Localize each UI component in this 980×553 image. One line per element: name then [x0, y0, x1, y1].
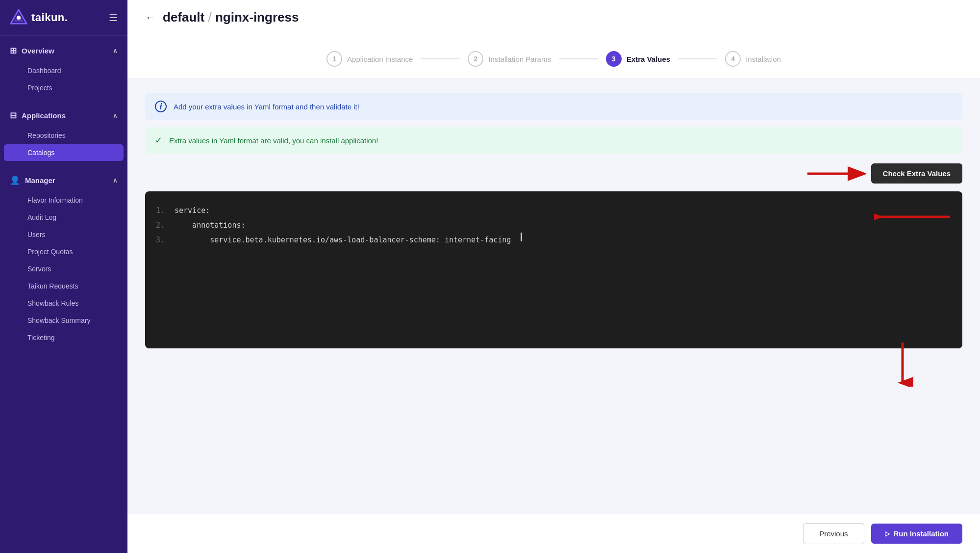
code-content-3: service.beta.kubernetes.io/aws-load-bala…	[175, 233, 511, 247]
success-banner: ✓ Extra values in Yaml format are valid,…	[145, 127, 962, 154]
run-installation-button[interactable]: ▷ Run Installation	[871, 524, 963, 544]
play-icon: ▷	[885, 530, 890, 537]
line-number-3: 3.	[155, 233, 165, 247]
step-3-circle: 3	[606, 51, 622, 67]
run-label: Run Installation	[894, 529, 949, 538]
chevron-down-icon-manager: ∧	[113, 177, 118, 184]
logo-text: taikun.	[31, 11, 68, 24]
main-content: ← default / nginx-ingress 1 Application …	[127, 0, 980, 553]
line-number-2: 2.	[155, 218, 165, 233]
code-editor[interactable]: 1. service: 2. annotations: 3. service.b…	[145, 191, 962, 348]
page-title: default / nginx-ingress	[163, 10, 299, 25]
info-icon: i	[155, 101, 167, 112]
code-content-1: service:	[175, 203, 210, 218]
sidebar-item-audit-log[interactable]: Audit Log	[4, 209, 124, 226]
taikun-logo-icon	[10, 9, 27, 26]
nav-group-overview[interactable]: ⊞ Overview ∧	[0, 40, 127, 62]
info-banner: i Add your extra values in Yaml format a…	[145, 93, 962, 120]
nav-group-overview-label: Overview	[22, 47, 54, 55]
code-line-2: 2. annotations:	[155, 218, 953, 233]
sidebar-item-servers[interactable]: Servers	[4, 261, 124, 277]
step-2-circle: 2	[468, 51, 483, 67]
sidebar-item-flavor-information[interactable]: Flavor Information	[4, 192, 124, 209]
sidebar-header: taikun. ☰	[0, 0, 127, 36]
success-banner-message: Extra values in Yaml format are valid, y…	[169, 136, 378, 145]
info-banner-message: Add your extra values in Yaml format and…	[174, 103, 359, 111]
step-connector-1-2	[421, 58, 460, 59]
sidebar-item-taikun-requests[interactable]: Taikun Requests	[4, 278, 124, 294]
code-editor-wrapper: 1. service: 2. annotations: 3. service.b…	[145, 191, 962, 348]
line-number-1: 1.	[155, 203, 165, 218]
step-4-circle: 4	[725, 51, 741, 67]
nav-applications-group: ⊟ Applications ∧ Repositories Catalogs	[0, 101, 127, 165]
step-3-label: Extra Values	[627, 55, 670, 63]
sidebar-item-ticketing[interactable]: Ticketing	[4, 329, 124, 346]
red-arrow-right	[807, 163, 866, 184]
overview-icon: ⊞	[10, 46, 17, 56]
step-connector-3-4	[678, 58, 717, 59]
nav-group-applications-label: Applications	[22, 111, 66, 120]
sidebar-item-users[interactable]: Users	[4, 226, 124, 243]
red-arrow-down	[892, 342, 913, 387]
breadcrumb-prefix: default	[163, 10, 204, 25]
code-line-3: 3. service.beta.kubernetes.io/aws-load-b…	[155, 233, 953, 247]
step-4: 4 Installation	[725, 51, 781, 67]
content-area: i Add your extra values in Yaml format a…	[127, 79, 980, 514]
sidebar-item-dashboard[interactable]: Dashboard	[4, 62, 124, 79]
svg-point-2	[17, 16, 21, 20]
sidebar-item-projects[interactable]: Projects	[4, 79, 124, 96]
step-1-circle: 1	[327, 51, 342, 67]
nav-manager-group: 👤 Manager ∧ Flavor Information Audit Log…	[0, 165, 127, 350]
back-button[interactable]: ←	[145, 11, 156, 24]
step-2-label: Installation Params	[488, 55, 551, 63]
step-4-label: Installation	[746, 55, 781, 63]
sidebar: taikun. ☰ ⊞ Overview ∧ Dashboard Project…	[0, 0, 127, 553]
nav-group-applications[interactable]: ⊟ Applications ∧	[0, 105, 127, 127]
manager-icon: 👤	[10, 175, 20, 185]
steps-container: 1 Application Instance 2 Installation Pa…	[127, 35, 980, 79]
step-1-label: Application Instance	[347, 55, 413, 63]
step-3: 3 Extra Values	[606, 51, 670, 67]
nav-group-manager-label: Manager	[25, 176, 55, 184]
breadcrumb-page: nginx-ingress	[215, 10, 299, 25]
top-bar: ← default / nginx-ingress	[127, 0, 980, 35]
sidebar-item-repositories[interactable]: Repositories	[4, 127, 124, 144]
red-arrow-left	[874, 206, 953, 228]
logo: taikun.	[10, 9, 68, 26]
sidebar-item-showback-rules[interactable]: Showback Rules	[4, 295, 124, 312]
step-1: 1 Application Instance	[327, 51, 413, 67]
previous-button[interactable]: Previous	[803, 523, 864, 544]
check-icon: ✓	[155, 135, 162, 146]
code-line-1: 1. service:	[155, 203, 953, 218]
code-content-2: annotations:	[175, 218, 246, 233]
step-2: 2 Installation Params	[468, 51, 551, 67]
chevron-down-icon: ∧	[113, 47, 118, 54]
breadcrumb-slash: /	[204, 10, 215, 25]
sidebar-item-catalogs[interactable]: Catalogs	[4, 144, 124, 161]
nav-group-manager[interactable]: 👤 Manager ∧	[0, 169, 127, 191]
step-connector-2-3	[559, 58, 598, 59]
chevron-down-icon-apps: ∧	[113, 112, 118, 119]
sidebar-item-project-quotas[interactable]: Project Quotas	[4, 243, 124, 260]
sidebar-item-showback-summary[interactable]: Showback Summary	[4, 312, 124, 329]
bottom-bar: Previous ▷ Run Installation	[127, 514, 980, 553]
applications-icon: ⊟	[10, 110, 17, 121]
cursor	[521, 233, 522, 241]
check-extra-values-button[interactable]: Check Extra Values	[871, 163, 962, 184]
nav-overview-group: ⊞ Overview ∧ Dashboard Projects	[0, 36, 127, 101]
hamburger-icon[interactable]: ☰	[109, 12, 118, 24]
